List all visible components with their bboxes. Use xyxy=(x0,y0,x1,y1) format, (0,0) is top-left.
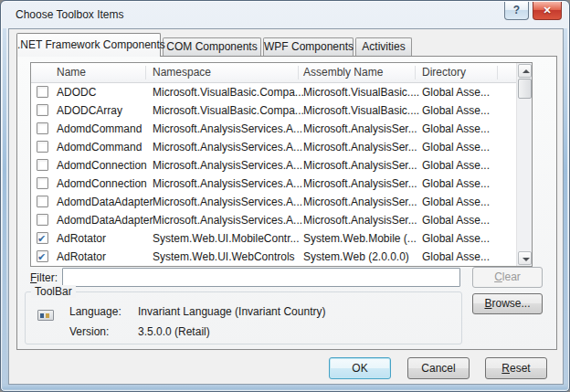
column-header-namespace[interactable]: Namespace xyxy=(153,66,211,79)
cell-directory: Global Asse... xyxy=(422,83,490,101)
table-row[interactable]: AdomdCommand Microsoft.AnalysisServices.… xyxy=(31,138,516,156)
table-row[interactable]: ADODC Microsoft.VisualBasic.Compa... Mic… xyxy=(31,83,516,101)
close-icon[interactable]: ✕ xyxy=(533,2,562,20)
row-checkbox[interactable] xyxy=(37,86,48,98)
column-separator[interactable] xyxy=(497,66,498,79)
row-checkbox[interactable] xyxy=(37,177,48,189)
cell-name: AdomdDataAdapter xyxy=(57,211,153,229)
cell-name: ADODCArray xyxy=(57,101,122,120)
cell-namespace: System.Web.UI.MobileContr... xyxy=(153,229,300,248)
cell-assembly: Microsoft.AnalysisSer... xyxy=(303,138,417,156)
scroll-down-icon[interactable] xyxy=(518,251,532,265)
cell-assembly: Microsoft.AnalysisSer... xyxy=(303,211,417,229)
cell-assembly: Microsoft.AnalysisSer... xyxy=(303,120,417,138)
table-row[interactable]: AdomdConnection Microsoft.AnalysisServic… xyxy=(31,156,516,175)
tab-activities[interactable]: Activities xyxy=(355,37,412,56)
frame-edge-bottom xyxy=(3,385,567,389)
browse-button[interactable]: Browse... xyxy=(472,293,543,314)
cell-namespace: Microsoft.VisualBasic.Compa... xyxy=(153,101,304,120)
cell-name: ADODC xyxy=(57,83,96,101)
help-icon[interactable]: ? xyxy=(504,2,529,20)
cell-namespace: Microsoft.AnalysisServices.A... xyxy=(153,175,302,193)
cell-directory: Global Asse... xyxy=(422,211,490,229)
table-row[interactable]: AdRotator System.Web.UI.MobileContr... S… xyxy=(31,229,516,248)
tab-com-components[interactable]: COM Components xyxy=(163,37,261,56)
row-checkbox[interactable] xyxy=(37,141,48,153)
components-list[interactable]: Name Namespace Assembly Name Directory A… xyxy=(30,62,533,267)
cell-directory: Global Asse... xyxy=(422,193,490,211)
language-value: Invariant Language (Invariant Country) xyxy=(138,305,325,318)
cell-assembly: Microsoft.AnalysisSer... xyxy=(303,193,417,211)
row-checkbox[interactable] xyxy=(37,196,48,207)
cell-name: AdRotator xyxy=(57,248,106,266)
table-row[interactable]: AdomdDataAdapter Microsoft.AnalysisServi… xyxy=(31,193,516,211)
reset-button[interactable]: Reset xyxy=(485,357,547,379)
cell-assembly: Microsoft.AnalysisSer... xyxy=(303,175,417,193)
cell-assembly: Microsoft.VisualBasic.... xyxy=(303,83,419,101)
list-scrollbar[interactable] xyxy=(516,63,532,266)
frame-edge-left xyxy=(3,28,6,384)
table-body: ADODC Microsoft.VisualBasic.Compa... Mic… xyxy=(31,83,516,266)
ok-button[interactable]: OK xyxy=(329,357,391,379)
cell-name: AdomdConnection xyxy=(57,175,147,193)
cell-namespace: Microsoft.VisualBasic.Compa... xyxy=(153,83,304,101)
column-separator[interactable] xyxy=(145,66,146,79)
filter-label: Filter: xyxy=(30,271,58,284)
cell-directory: Global Asse... xyxy=(422,138,490,156)
table-row[interactable]: AdomdCommand Microsoft.AnalysisServices.… xyxy=(31,120,516,138)
column-header-name[interactable]: Name xyxy=(57,66,86,79)
row-checkbox[interactable] xyxy=(37,104,48,116)
row-checkbox[interactable] xyxy=(37,159,48,171)
column-separator[interactable] xyxy=(298,66,299,79)
groupbox-title: ToolBar xyxy=(31,285,76,298)
cell-namespace: Microsoft.AnalysisServices.A... xyxy=(153,120,302,138)
cell-namespace: Microsoft.AnalysisServices.A... xyxy=(153,193,302,211)
window-title: Choose Toolbox Items xyxy=(16,8,124,21)
cell-assembly: Microsoft.AnalysisSer... xyxy=(303,156,417,175)
cell-name: AdomdDataAdapter xyxy=(57,193,153,211)
column-header-directory[interactable]: Directory xyxy=(422,66,466,79)
row-checkbox[interactable] xyxy=(37,250,48,262)
cell-name: AdomdConnection xyxy=(57,156,147,175)
dialog-window: Choose Toolbox Items ? ✕ .NET Framework … xyxy=(0,0,570,392)
cell-directory: Global Asse... xyxy=(422,120,490,138)
frame-edge-right xyxy=(564,28,567,384)
cell-assembly: System.Web (2.0.0.0) xyxy=(303,248,409,266)
scrollbar-thumb[interactable] xyxy=(518,79,532,99)
column-separator[interactable] xyxy=(415,66,416,79)
cell-directory: Global Asse... xyxy=(422,101,490,120)
language-label: Language: xyxy=(69,305,121,318)
cancel-button[interactable]: Cancel xyxy=(407,357,470,379)
tab-net-framework-components[interactable]: .NET Framework Components xyxy=(16,33,161,57)
cell-directory: Global Asse... xyxy=(422,156,490,175)
version-value: 3.5.0.0 (Retail) xyxy=(138,325,210,338)
toolbar-control-icon xyxy=(37,310,54,321)
cell-directory: Global Asse... xyxy=(422,229,490,248)
row-checkbox[interactable] xyxy=(37,122,48,134)
cell-name: AdomdCommand xyxy=(57,138,142,156)
table-row[interactable]: AdomdConnection Microsoft.AnalysisServic… xyxy=(31,175,516,193)
cell-assembly: System.Web.Mobile (... xyxy=(303,229,417,248)
cell-directory: Global Asse... xyxy=(422,175,490,193)
version-label: Version: xyxy=(69,325,109,338)
cell-namespace: Microsoft.AnalysisServices.A... xyxy=(153,156,302,175)
cell-namespace: Microsoft.AnalysisServices.A... xyxy=(153,211,302,229)
clear-button[interactable]: Clear xyxy=(472,267,543,288)
tab-wpf-components[interactable]: WPF Components xyxy=(263,37,354,56)
scroll-up-icon[interactable] xyxy=(518,64,532,78)
cell-namespace: System.Web.UI.WebControls xyxy=(153,248,295,266)
row-checkbox[interactable] xyxy=(37,232,48,244)
filter-input[interactable] xyxy=(62,268,460,287)
title-bar[interactable]: Choose Toolbox Items xyxy=(3,3,567,27)
table-row[interactable]: ADODCArray Microsoft.VisualBasic.Compa..… xyxy=(31,101,516,120)
table-row[interactable]: AdRotator System.Web.UI.WebControls Syst… xyxy=(31,248,516,266)
cell-namespace: Microsoft.AnalysisServices.A... xyxy=(153,138,302,156)
cell-name: AdomdCommand xyxy=(57,120,142,138)
cell-directory: Global Asse... xyxy=(422,248,490,266)
row-checkbox[interactable] xyxy=(37,214,48,226)
column-header-assembly[interactable]: Assembly Name xyxy=(303,66,383,79)
dialog-client-area: .NET Framework Components COM Components… xyxy=(8,28,564,385)
table-row[interactable]: AdomdDataAdapter Microsoft.AnalysisServi… xyxy=(31,211,516,229)
list-header: Name Namespace Assembly Name Directory xyxy=(31,63,516,83)
cell-assembly: Microsoft.VisualBasic.... xyxy=(303,101,419,120)
